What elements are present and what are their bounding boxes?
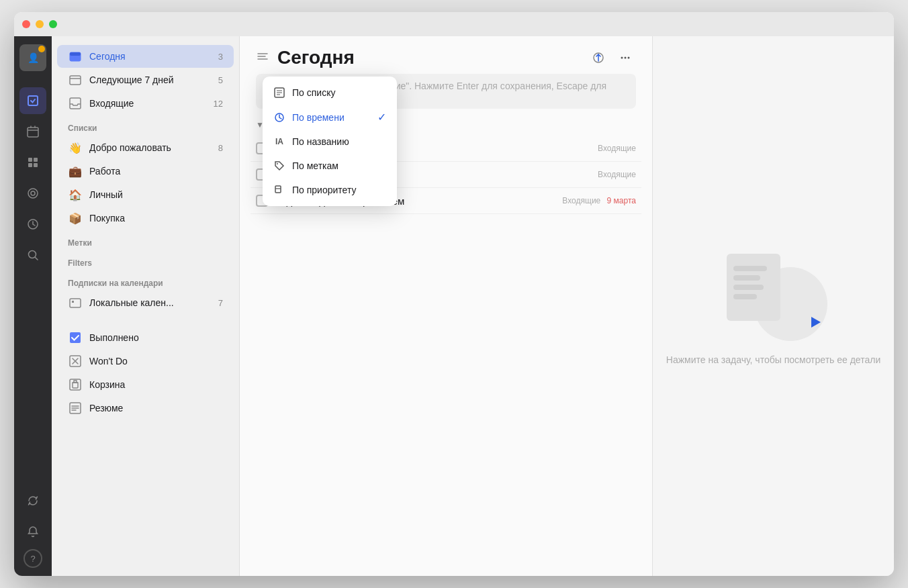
svg-rect-46 <box>275 186 281 193</box>
sort-by-tags-item[interactable]: По меткам <box>263 154 397 178</box>
svg-rect-19 <box>70 98 81 109</box>
sidebar-item-personal-label: Личный <box>89 189 223 200</box>
svg-rect-5 <box>28 158 32 162</box>
sort-by-list-item[interactable]: По списку <box>263 81 397 105</box>
sidebar-item-welcome-count: 8 <box>218 143 223 153</box>
wontdo-icon <box>68 354 83 369</box>
calendar-grid-icon[interactable] <box>19 118 46 145</box>
sort-by-name-label: По названию <box>292 136 349 147</box>
sidebar-item-resume-label: Резюме <box>89 403 223 413</box>
focus-icon[interactable] <box>19 180 46 207</box>
empty-state-text: Нажмите на задачу, чтобы посмотреть ее д… <box>666 354 880 365</box>
inbox-icon <box>68 96 83 111</box>
sidebar-item-personal[interactable]: 🏠 Личный <box>57 183 234 206</box>
sidebar-item-trash[interactable]: Корзина <box>57 373 234 396</box>
sidebar-item-today-label: Сегодня <box>89 51 212 62</box>
sidebar-item-work-label: Работа <box>89 166 223 177</box>
trash-icon <box>68 377 83 392</box>
empty-state-illustration <box>720 247 827 341</box>
icon-rail: 👤 <box>14 36 52 576</box>
sidebar-item-resume[interactable]: Резюме <box>57 397 234 420</box>
svg-line-13 <box>36 258 38 260</box>
tags-sort-icon <box>273 160 285 172</box>
header-actions <box>588 47 636 68</box>
sidebar-item-completed[interactable]: Выполнено <box>57 326 234 349</box>
notification-badge <box>38 46 45 52</box>
sort-by-time-item[interactable]: По времени ✓ <box>263 105 397 130</box>
calendars-section-label: Подписки на календари <box>52 271 239 291</box>
task-meta-1: Входящие <box>598 144 636 153</box>
avatar-icon[interactable]: 👤 <box>19 44 46 71</box>
sidebar-item-shopping[interactable]: 📦 Покупка <box>57 207 234 230</box>
sidebar-item-next7[interactable]: Следующие 7 дней 5 <box>57 68 234 91</box>
today-icon: 6 <box>68 49 83 64</box>
bell-icon[interactable] <box>19 518 46 545</box>
minimize-button[interactable] <box>36 20 44 28</box>
svg-text:6: 6 <box>74 56 77 60</box>
svg-rect-6 <box>34 158 38 162</box>
sidebar-item-work[interactable]: 💼 Работа <box>57 160 234 183</box>
search-rail-icon[interactable] <box>19 242 46 268</box>
sidebar-item-next7-label: Следующие 7 дней <box>89 75 212 85</box>
svg-rect-17 <box>70 76 81 85</box>
sidebar-item-inbox-count: 12 <box>214 99 223 109</box>
shopping-icon: 📦 <box>68 211 83 226</box>
sort-by-priority-item[interactable]: По приоритету <box>263 178 397 202</box>
welcome-icon: 👋 <box>68 140 83 155</box>
active-check-mark: ✓ <box>377 111 386 124</box>
svg-point-45 <box>277 163 278 164</box>
detail-panel: Нажмите на задачу, чтобы посмотреть ее д… <box>652 36 894 576</box>
sidebar-item-inbox[interactable]: Входящие 12 <box>57 92 234 115</box>
main-header: Сегодня <box>240 36 652 74</box>
sort-by-list-label: По списку <box>292 87 335 98</box>
sidebar-item-completed-label: Выполнено <box>89 332 223 343</box>
name-sort-icon: IA <box>273 136 285 148</box>
sidebar-item-today[interactable]: 6 Сегодня 3 <box>57 45 234 68</box>
maximize-button[interactable] <box>49 20 57 28</box>
resume-icon <box>68 401 83 415</box>
sidebar-item-trash-label: Корзина <box>89 379 223 390</box>
app-body: 👤 <box>14 36 894 576</box>
svg-point-9 <box>28 189 38 198</box>
app-window: 👤 <box>14 12 894 576</box>
sort-by-tags-label: По меткам <box>292 160 338 171</box>
svg-rect-8 <box>34 163 38 167</box>
tasks-icon[interactable] <box>19 87 46 114</box>
more-button[interactable] <box>615 47 636 68</box>
sort-dropdown: По списку По времени ✓ IA <box>263 77 397 206</box>
sidebar-item-wontdo[interactable]: Won't Do <box>57 350 234 373</box>
svg-point-38 <box>625 57 627 59</box>
sidebar: 6 Сегодня 3 Следующие 7 дней 5 <box>52 36 240 576</box>
sidebar-item-welcome[interactable]: 👋 Добро пожаловать 8 <box>57 136 234 159</box>
task-meta-3: Входящие 9 марта <box>562 196 636 205</box>
work-icon: 💼 <box>68 164 83 179</box>
svg-rect-21 <box>72 301 74 303</box>
help-icon[interactable]: ? <box>24 549 42 568</box>
svg-point-37 <box>621 57 623 59</box>
task-meta-2: Входящие <box>598 170 636 179</box>
svg-point-39 <box>628 57 630 59</box>
svg-rect-0 <box>28 96 38 105</box>
grid-icon[interactable] <box>19 149 46 176</box>
next7-icon <box>68 72 83 87</box>
list-sort-icon <box>273 87 285 99</box>
sync-icon[interactable] <box>19 487 46 514</box>
personal-icon: 🏠 <box>68 187 83 202</box>
lists-section-label: Списки <box>52 115 239 136</box>
sidebar-item-today-count: 3 <box>218 52 223 62</box>
tags-section-label: Метки <box>52 230 239 250</box>
sidebar-item-local-calendar-label: Локальные кален... <box>89 297 212 308</box>
sidebar-item-inbox-label: Входящие <box>89 98 207 109</box>
sort-by-time-label: По времени <box>292 112 345 123</box>
priority-sort-icon <box>273 184 285 196</box>
svg-rect-7 <box>28 163 32 167</box>
completed-icon <box>68 330 83 345</box>
sort-button[interactable] <box>588 47 609 68</box>
local-calendar-icon <box>68 295 83 310</box>
sort-by-name-item[interactable]: IA По названию <box>263 130 397 154</box>
svg-point-10 <box>31 191 35 195</box>
history-icon[interactable] <box>19 211 46 238</box>
sidebar-item-local-calendar[interactable]: Локальные кален... 7 <box>57 291 234 314</box>
sidebar-item-welcome-label: Добро пожаловать <box>89 142 212 153</box>
close-button[interactable] <box>22 20 30 28</box>
